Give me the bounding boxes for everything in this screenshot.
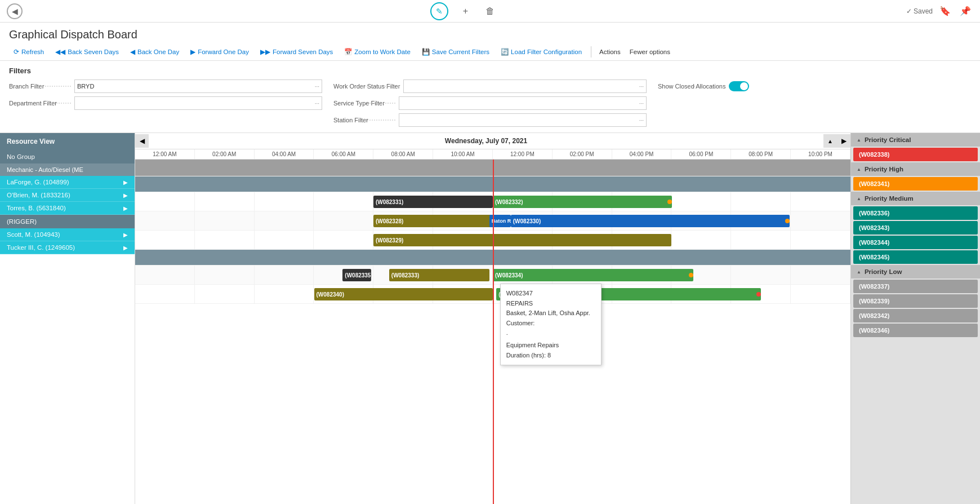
bar-w082331[interactable]: (W082331) [373, 196, 493, 208]
resource-scott[interactable]: Scott, M. (104943) ▶ [0, 228, 135, 241]
bar-w082328[interactable]: (W082328) [373, 215, 492, 227]
bookmark-button[interactable]: 🔖 [937, 3, 953, 19]
dept-filter-row: Department Filter ··· [9, 96, 322, 110]
time-slot: 10:00 AM [433, 149, 493, 159]
dept-filter-dots[interactable]: ··· [315, 100, 319, 107]
tooltip-customer-label: Customer: [506, 319, 595, 329]
delete-icon-button[interactable]: 🗑 [482, 3, 498, 19]
filters-title: Filters [9, 67, 971, 75]
w082347-indicator [756, 292, 761, 297]
resource-laforge[interactable]: LaForge, G. (104899) ▶ [0, 176, 135, 189]
zoom-button[interactable]: 📅 Zoom to Work Date [340, 46, 415, 58]
time-slot: 06:00 PM [671, 149, 731, 159]
service-type-filter-row: Service Type Filter ··· [333, 96, 647, 110]
wo-status-dots[interactable]: ··· [639, 83, 644, 90]
save-filters-button[interactable]: 💾 Save Current Filters [417, 46, 494, 58]
priority-high-section: Priority High (W082341) [851, 162, 980, 191]
priority-item-w082345[interactable]: (W082345) [853, 250, 978, 264]
page-title-area: Graphical Dispatch Board [0, 23, 980, 43]
time-slot: 02:00 PM [553, 149, 612, 159]
gantt-prev-button[interactable]: ◀ [135, 134, 149, 148]
load-filters-button[interactable]: 🔄 Load Filter Configuration [496, 46, 586, 58]
bar-w082335[interactable]: (W082335) [342, 269, 371, 281]
priority-critical-header[interactable]: Priority Critical [851, 133, 980, 147]
priority-medium-header[interactable]: Priority Medium [851, 192, 980, 205]
priority-item-w082336[interactable]: (W082336) [853, 206, 978, 220]
top-center-icons: ✎ + 🗑 [23, 2, 906, 20]
time-slot: 06:00 AM [314, 149, 373, 159]
resource-panel: Resource View No Group Mechanic - Auto/D… [0, 133, 135, 504]
resource-torres[interactable]: Torres, B. (5631840) ▶ [0, 202, 135, 215]
gantt-body: (W082331) (W082332) (W082328) [135, 160, 850, 504]
fewer-options-label[interactable]: Fewer options [626, 46, 674, 58]
priority-item-w082339[interactable]: (W082339) [853, 294, 978, 308]
dept-filter-input[interactable]: ··· [74, 96, 322, 110]
w082332-indicator [667, 200, 672, 204]
wo-status-filter-row: Work Order Status Filter ··· [333, 79, 647, 93]
show-closed-toggle[interactable] [729, 81, 749, 91]
actions-label[interactable]: Actions [596, 46, 624, 58]
priority-item-w082341[interactable]: (W082341) [853, 177, 978, 191]
forward-seven-button[interactable]: ▶▶ Forward Seven Days [256, 46, 337, 58]
bar-w082333[interactable]: (W082333) [389, 269, 489, 281]
gantt-collapse-button[interactable]: ▲ [823, 134, 837, 148]
mechanic-group: Mechanic - Auto/Diesel (ME [0, 163, 135, 176]
zoom-icon: 📅 [344, 48, 352, 56]
priority-item-w082342[interactable]: (W082342) [853, 309, 978, 322]
add-icon-button[interactable]: + [457, 3, 473, 19]
bar-w082340[interactable]: (W082340) [314, 288, 493, 300]
priority-item-w082346[interactable]: (W082346) [853, 324, 978, 337]
filters-section: Filters Branch Filter BRYD ··· Work Orde… [0, 61, 980, 133]
priority-item-w082338[interactable]: (W082338) [853, 148, 978, 161]
time-slot: 10:00 PM [791, 149, 850, 159]
w082330-indicator [785, 219, 790, 223]
forward-seven-icon: ▶▶ [260, 48, 270, 56]
resource-view-header: Resource View [0, 133, 135, 150]
branch-filter-label: Branch Filter [9, 83, 71, 90]
gantt-date: Wednesday, July 07, 2021 [149, 135, 823, 147]
tucker-chevron-icon: ▶ [123, 245, 128, 251]
bar-w082332[interactable]: (W082332) [493, 196, 672, 208]
branch-filter-dots[interactable]: ··· [315, 83, 319, 90]
show-closed-label: Show Closed Allocations [658, 83, 725, 90]
bar-w082329[interactable]: (W082329) [373, 234, 672, 246]
filters-grid: Branch Filter BRYD ··· Work Order Status… [9, 79, 971, 127]
priority-item-w082343[interactable]: (W082343) [853, 221, 978, 235]
station-dots[interactable]: ··· [639, 117, 644, 123]
resource-obrien[interactable]: O'Brien, M. (1833216) ▶ [0, 189, 135, 202]
tooltip-popup: W082347 REPAIRS Basket, 2-Man Lift, Osha… [500, 284, 602, 365]
main-content: Resource View No Group Mechanic - Auto/D… [0, 133, 980, 504]
wo-status-label: Work Order Status Filter [333, 83, 400, 90]
branch-filter-input[interactable]: BRYD ··· [74, 79, 322, 93]
forward-one-button[interactable]: ▶ Forward One Day [186, 46, 253, 58]
gantt-next-button[interactable]: ▶ [837, 134, 850, 148]
service-type-dots[interactable]: ··· [639, 100, 644, 107]
back-seven-button[interactable]: ◀◀ Back Seven Days [51, 46, 123, 58]
refresh-icon: ⟳ [14, 48, 19, 56]
show-closed-row: Show Closed Allocations [658, 79, 971, 93]
gantt-area: ◀ Wednesday, July 07, 2021 ▲ ▶ 12:00 AM0… [135, 133, 850, 504]
top-right: ✓ Saved 🔖 📌 [906, 3, 973, 19]
bar-w082330[interactable]: (W082330) [511, 215, 790, 227]
toolbar: ⟳ Refresh ◀◀ Back Seven Days ◀ Back One … [0, 43, 980, 61]
pin-button[interactable]: 📌 [957, 3, 973, 19]
wo-status-input[interactable]: ··· [403, 79, 647, 93]
time-slot: 04:00 PM [612, 149, 672, 159]
bar-w082334[interactable]: (W082334) [493, 269, 693, 281]
tooltip-duration: Duration (hrs): 8 [506, 351, 595, 361]
priority-low-header[interactable]: Priority Low [851, 265, 980, 278]
service-type-input[interactable]: ··· [399, 96, 647, 110]
page-title: Graphical Dispatch Board [9, 28, 971, 41]
priority-high-header[interactable]: Priority High [851, 162, 980, 176]
refresh-button[interactable]: ⟳ Refresh [9, 46, 48, 58]
station-input[interactable]: ··· [399, 113, 647, 127]
priority-critical-section: Priority Critical (W082338) [851, 133, 980, 161]
edit-icon-button[interactable]: ✎ [430, 2, 448, 20]
back-one-button[interactable]: ◀ Back One Day [126, 46, 184, 58]
back-button[interactable]: ◀ [7, 3, 23, 19]
time-slot: 08:00 PM [731, 149, 791, 159]
priority-item-w082344[interactable]: (W082344) [853, 236, 978, 249]
priority-item-w082337[interactable]: (W082337) [853, 280, 978, 293]
resource-tucker[interactable]: Tucker III, C. (1249605) ▶ [0, 241, 135, 254]
tooltip-equipment: Equipment Repairs [506, 341, 595, 351]
